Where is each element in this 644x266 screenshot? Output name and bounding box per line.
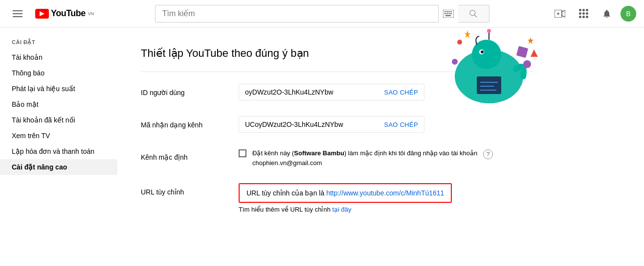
header-right: B — [550, 4, 636, 24]
page-title: Thiết lập YouTube theo đúng ý bạn — [141, 47, 534, 60]
youtube-vn-label: VN — [88, 11, 94, 16]
svg-point-32 — [457, 40, 462, 45]
svg-point-27 — [523, 60, 531, 68]
sidebar-section-title: CÀI ĐẶT — [0, 35, 117, 49]
hamburger-icon — [13, 10, 22, 17]
channel-default-container: Đặt kênh này (Software Bambu) làm mặc đị… — [239, 148, 534, 168]
svg-text:B: B — [626, 10, 630, 18]
channel-id-text: UCoyDWzut2O-3LhKu4LzNYbw — [245, 121, 343, 128]
custom-url-value: URL tùy chỉnh của bạn là http://www.yout… — [239, 183, 534, 213]
user-id-box: oyDWzut2O-3LhKu4LzNYbw SAO CHÉP — [239, 84, 424, 100]
sidebar-item-advanced[interactable]: Cài đặt nâng cao — [0, 159, 117, 175]
channel-name: Software Bambu — [294, 149, 344, 157]
sidebar: CÀI ĐẶT Tài khoản Thông báo Phát lại và … — [0, 27, 117, 266]
youtube-play-icon — [35, 9, 49, 19]
copy-user-id-button[interactable]: SAO CHÉP — [384, 89, 418, 96]
search-icon — [468, 9, 478, 19]
channel-id-label: Mã nhận dạng kênh — [141, 116, 239, 129]
search-button[interactable] — [458, 5, 489, 23]
svg-rect-2 — [13, 16, 22, 17]
default-channel-checkbox[interactable] — [239, 149, 246, 157]
sidebar-item-playback[interactable]: Phát lại và hiệu suất — [0, 81, 117, 97]
header-center — [94, 5, 550, 23]
header-left: YouTubeVN — [8, 4, 94, 24]
url-more-text: Tìm hiểu thêm về URL tùy chỉnh tại đây — [239, 206, 534, 213]
keyboard-icon — [443, 10, 454, 18]
create-video-button[interactable] — [550, 4, 570, 24]
url-prefix-text: URL tùy chỉnh của bạn là — [246, 189, 326, 197]
url-more-link[interactable]: tại đây — [332, 206, 351, 213]
channel-text-part2: ) làm mặc định khi tôi đăng nhập vào tài… — [344, 149, 477, 157]
avatar-image: B — [621, 6, 636, 22]
svg-rect-0 — [13, 10, 22, 11]
svg-rect-8 — [444, 13, 446, 14]
apps-grid-icon — [579, 9, 588, 18]
youtube-text: YouTube — [51, 8, 86, 19]
notifications-button[interactable] — [597, 4, 617, 24]
channel-email: chophien.vn@gmail.com — [252, 159, 322, 167]
main-content: Thiết lập YouTube theo đúng ý bạn ID ngư… — [117, 27, 557, 266]
hamburger-menu-button[interactable] — [8, 4, 27, 24]
channel-id-box: UCoyDWzut2O-3LhKu4LzNYbw SAO CHÉP — [239, 116, 424, 133]
copy-channel-id-button[interactable]: SAO CHÉP — [384, 121, 418, 128]
custom-url-label: URL tùy chỉnh — [141, 183, 239, 196]
header: YouTubeVN — [0, 0, 644, 27]
sidebar-item-billing[interactable]: Lập hóa đơn và thanh toán — [0, 144, 117, 159]
svg-rect-4 — [444, 11, 446, 12]
user-id-row: ID người dùng oyDWzut2O-3LhKu4LzNYbw SAO… — [141, 84, 534, 100]
url-more-prefix: Tìm hiểu thêm về URL tùy chỉnh — [239, 206, 332, 213]
sidebar-item-tv[interactable]: Xem trên TV — [0, 128, 117, 144]
channel-text-part1: Đặt kênh này ( — [252, 149, 294, 157]
sidebar-item-connected[interactable]: Tài khoản đã kết nối — [0, 112, 117, 128]
svg-rect-5 — [446, 11, 448, 12]
svg-rect-1 — [13, 13, 22, 14]
svg-marker-33 — [465, 30, 470, 38]
sidebar-item-privacy[interactable]: Bảo mật — [0, 97, 117, 112]
section-divider — [141, 72, 534, 72]
search-input[interactable] — [155, 5, 438, 22]
user-id-value: oyDWzut2O-3LhKu4LzNYbw SAO CHÉP — [239, 84, 534, 100]
custom-url-link[interactable]: http://www.youtube.com/c/MinhTú1611 — [326, 189, 444, 197]
apps-grid-button[interactable] — [574, 4, 593, 24]
svg-marker-14 — [562, 10, 565, 17]
svg-rect-6 — [448, 11, 450, 12]
svg-point-24 — [487, 29, 491, 33]
sidebar-item-notifications[interactable]: Thông báo — [0, 65, 117, 81]
channel-id-value: UCoyDWzut2O-3LhKu4LzNYbw SAO CHÉP — [239, 116, 534, 133]
svg-rect-9 — [446, 13, 448, 14]
svg-rect-12 — [445, 15, 451, 16]
youtube-logo[interactable]: YouTubeVN — [35, 8, 94, 19]
sidebar-item-account[interactable]: Tài khoản — [0, 49, 117, 65]
default-channel-value: Đặt kênh này (Software Bambu) làm mặc đị… — [239, 148, 534, 168]
user-id-label: ID người dùng — [141, 84, 239, 97]
svg-rect-11 — [450, 13, 452, 14]
search-bar — [155, 5, 439, 23]
svg-rect-7 — [450, 11, 452, 12]
create-video-icon — [555, 10, 565, 18]
help-icon[interactable]: ? — [483, 149, 493, 159]
svg-rect-10 — [448, 13, 450, 14]
layout: CÀI ĐẶT Tài khoản Thông báo Phát lại và … — [0, 27, 644, 266]
default-channel-row: Kênh mặc định Đặt kênh này (Software Bam… — [141, 148, 534, 168]
notifications-icon — [602, 9, 612, 19]
avatar[interactable]: B — [621, 6, 636, 22]
channel-default-text: Đặt kênh này (Software Bambu) làm mặc đị… — [252, 148, 477, 168]
custom-url-box: URL tùy chỉnh của bạn là http://www.yout… — [239, 183, 452, 203]
svg-marker-35 — [528, 37, 534, 44]
user-id-text: oyDWzut2O-3LhKu4LzNYbw — [245, 88, 333, 96]
default-channel-label: Kênh mặc định — [141, 148, 239, 161]
keyboard-button[interactable] — [439, 5, 458, 23]
custom-url-row: URL tùy chỉnh URL tùy chỉnh của bạn là h… — [141, 183, 534, 213]
channel-id-row: Mã nhận dạng kênh UCoyDWzut2O-3LhKu4LzNY… — [141, 116, 534, 133]
